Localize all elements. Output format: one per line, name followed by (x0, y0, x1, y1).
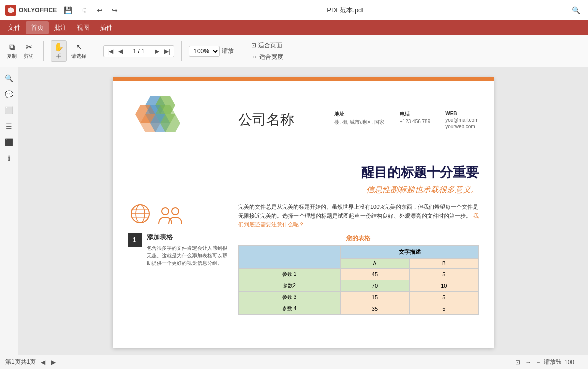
ribbon: ⧉ 复制 ✂ 剪切 ✋ 手 ↖ 请选择 |◀ ◀ ▶ ▶| 100% 75% (0, 35, 588, 67)
sidebar-bookmark-button[interactable]: ⬛ (2, 135, 16, 149)
address-col: 地址 楼, 街, 城市/地区, 国家 (334, 111, 384, 129)
separator-1 (43, 41, 44, 61)
last-page-button[interactable]: ▶| (163, 47, 172, 56)
company-header: 公司名称 地址 楼, 街, 城市/地区, 国家 电话 +123 456 789 … (113, 81, 494, 156)
zoom-group: 100% 75% 150% 200% 缩放 (189, 46, 234, 57)
section1: 1 添加表格 包含很多字的文件肯定会让人感到很无趣。这就是为什么添加表格可以帮助… (128, 233, 228, 267)
status-next-page[interactable]: ▶ (50, 358, 57, 367)
table-col-header: 文字描述 (340, 245, 478, 258)
hand-icon: ✋ (54, 42, 64, 52)
data-table: 文字描述 A B 参数 1 45 (238, 245, 479, 315)
menu-comment[interactable]: 批注 (49, 21, 72, 34)
address-label: 地址 (334, 111, 384, 118)
tool-group: ✋ 手 ↖ 请选择 (51, 40, 89, 62)
sidebar-comment-button[interactable]: 💬 (2, 87, 16, 101)
cut-button[interactable]: ✂ 剪切 (21, 41, 36, 61)
zoom-value-status: 100 (564, 359, 574, 366)
menu-view[interactable]: 视图 (72, 21, 95, 34)
status-prev-page[interactable]: ◀ (40, 358, 46, 367)
phone-value: +123 456 789 (400, 119, 430, 124)
fit-page-button[interactable]: ⊡ 适合页面 (248, 40, 286, 51)
phone-label: 电话 (400, 111, 430, 118)
zoom-select[interactable]: 100% 75% 150% 200% (189, 46, 220, 57)
zoom-label: 缩放 (222, 47, 234, 55)
copy-button[interactable]: ⧉ 复制 (4, 41, 19, 61)
pdf-area: 公司名称 地址 楼, 街, 城市/地区, 国家 电话 +123 456 789 … (18, 67, 588, 355)
phone-col: 电话 +123 456 789 (400, 111, 430, 129)
web-value1: you@mail.com (445, 117, 478, 123)
main-title: 醒目的标题十分重要 (128, 164, 479, 181)
sidebar-toc-button[interactable]: ☰ (2, 119, 16, 133)
two-col-layout: 1 添加表格 包含很多字的文件肯定会让人感到很无趣。这就是为什么添加表格可以帮助… (128, 203, 479, 315)
web-label: WEB (445, 111, 478, 116)
icon-area (128, 203, 228, 228)
search-button[interactable]: 🔍 (569, 3, 583, 17)
param-2-col2: 10 (410, 280, 478, 291)
prev-page-button[interactable]: ◀ (117, 47, 124, 56)
company-name: 公司名称 (238, 110, 335, 129)
zoom-in-button[interactable]: + (577, 358, 583, 367)
pdf-page: 公司名称 地址 楼, 街, 城市/地区, 国家 电话 +123 456 789 … (113, 77, 494, 348)
right-col: 完美的文件总是从完美的标题开始的。虽然世界上没有100%完美的东西，但我们希望每… (238, 203, 479, 315)
fit-width-button[interactable]: ↔ 适合宽度 (248, 52, 286, 62)
select-tool-button[interactable]: ↖ 请选择 (69, 41, 89, 61)
save-button[interactable]: 💾 (61, 3, 75, 17)
page-input[interactable] (126, 48, 151, 55)
web-col: WEB you@mail.com yourweb.com (445, 111, 478, 129)
sub-title: 信息性副标题也承载很多意义。 (128, 184, 479, 195)
table-title: 您的表格 (238, 234, 479, 243)
section1-title: 添加表格 (147, 233, 228, 242)
redo-button[interactable]: ↪ (108, 3, 122, 17)
param-1-label: 参数 1 (238, 268, 340, 280)
param-1-col1: 45 (340, 268, 409, 280)
menu-home[interactable]: 首页 (26, 21, 49, 34)
zoom-out-button[interactable]: − (535, 358, 541, 367)
fit-screen-button[interactable]: ⊡ (514, 358, 521, 367)
print-button[interactable]: 🖨 (77, 3, 91, 17)
hand-tool-button[interactable]: ✋ 手 (51, 40, 67, 62)
sidebar-info-button[interactable]: ℹ (2, 151, 16, 165)
pdf-content: 醒目的标题十分重要 信息性副标题也承载很多意义。 (113, 156, 494, 322)
page-nav-group: |◀ ◀ ▶ ▶| (103, 45, 174, 57)
next-page-button[interactable]: ▶ (153, 47, 161, 56)
cut-icon: ✂ (26, 42, 32, 52)
clipboard-group: ⧉ 复制 ✂ 剪切 (4, 41, 36, 61)
status-left: 第1页共1页 ◀ ▶ (5, 358, 57, 367)
param-4-label: 参数 4 (238, 303, 340, 314)
fit-width-status-button[interactable]: ↔ (524, 358, 532, 367)
company-logo-svg (128, 91, 208, 146)
globe-icon (128, 203, 153, 228)
status-bar: 第1页共1页 ◀ ▶ ⊡ ↔ − 缩放% 100 + (0, 355, 588, 369)
table-row: 参数2 70 10 (238, 280, 478, 291)
param-3-label: 参数 3 (238, 291, 340, 303)
sidebar-page-button[interactable]: ⬜ (2, 103, 16, 117)
logo-text: ONLYOFFICE (19, 7, 57, 14)
menu-plugin[interactable]: 插件 (95, 21, 118, 34)
param-1-col2: 5 (410, 268, 478, 280)
first-page-button[interactable]: |◀ (106, 47, 115, 56)
title-bar-right: 🔍 (569, 3, 583, 17)
menu-file[interactable]: 文件 (3, 21, 26, 34)
title-bar-left: ONLYOFFICE 💾 🖨 ↩ ↪ (5, 3, 122, 17)
main-area: 🔍 💬 ⬜ ☰ ⬛ ℹ (0, 67, 588, 355)
file-title: PDF范本.pdf (122, 6, 569, 15)
sidebar-search-button[interactable]: 🔍 (2, 71, 16, 85)
body-text: 完美的文件总是从完美的标题开始的。虽然世界上没有100%完美的东西，但我们希望每… (238, 203, 479, 229)
left-sidebar: 🔍 💬 ⬜ ☰ ⬛ ℹ (0, 67, 18, 355)
status-right: ⊡ ↔ − 缩放% 100 + (514, 358, 583, 367)
section1-content: 添加表格 包含很多字的文件肯定会让人感到很无趣。这就是为什么添加表格可以帮助提供… (147, 233, 228, 267)
param-2-col1: 70 (340, 280, 409, 291)
people-icon (158, 205, 183, 225)
undo-button[interactable]: ↩ (93, 3, 107, 17)
table-row: 参数 3 15 5 (238, 291, 478, 303)
company-info: 地址 楼, 街, 城市/地区, 国家 电话 +123 456 789 WEB y… (334, 111, 478, 129)
svg-point-13 (162, 208, 169, 215)
left-col: 1 添加表格 包含很多字的文件肯定会让人感到很无趣。这就是为什么添加表格可以帮助… (128, 203, 228, 315)
param-4-col2: 5 (410, 303, 478, 314)
pdf-header-bar (113, 77, 494, 81)
undo-redo-group: ↩ ↪ (93, 3, 122, 17)
menu-bar: 文件 首页 批注 视图 插件 (0, 20, 588, 35)
web-value2: yourweb.com (445, 124, 478, 129)
copy-icon: ⧉ (9, 43, 15, 52)
separator-4 (241, 41, 241, 61)
